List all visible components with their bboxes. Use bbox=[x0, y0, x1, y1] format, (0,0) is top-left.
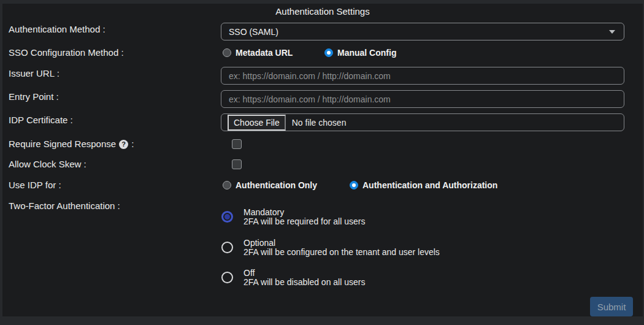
require-signed-response-colon: : bbox=[131, 136, 134, 153]
radio-2fa-mandatory[interactable]: Mandatory 2FA will be required for all u… bbox=[221, 207, 365, 226]
2fa-mandatory-title: Mandatory bbox=[243, 208, 365, 217]
label-issuer-url: Issuer URL : bbox=[9, 65, 59, 82]
label-sso-configuration-method: SSO Configuration Method : bbox=[9, 44, 124, 61]
radio-2fa-optional[interactable]: Optional 2FA will be configured on the t… bbox=[221, 238, 440, 257]
radio-manual-config[interactable]: Manual Config bbox=[324, 48, 396, 58]
radio-metadata-url[interactable]: Metadata URL bbox=[223, 48, 293, 58]
authentication-method-select[interactable]: SSO (SAML) bbox=[221, 23, 624, 40]
label-entry-point: Entry Point : bbox=[9, 88, 59, 105]
chevron-down-icon bbox=[609, 30, 615, 34]
radio-icon[interactable] bbox=[221, 272, 233, 283]
label-idp-certificate: IDP Certificate : bbox=[9, 112, 73, 129]
radio-icon[interactable] bbox=[324, 48, 333, 57]
radio-metadata-url-label: Metadata URL bbox=[236, 48, 293, 58]
radio-manual-config-label: Manual Config bbox=[337, 48, 396, 58]
label-require-signed-response: Require Signed Response ? : bbox=[9, 136, 134, 153]
authentication-method-value: SSO (SAML) bbox=[229, 27, 278, 37]
label-authentication-method: Authentication Method : bbox=[9, 21, 105, 38]
issuer-url-input[interactable] bbox=[221, 67, 624, 85]
label-use-idp-for: Use IDP for : bbox=[9, 177, 61, 194]
radio-icon[interactable] bbox=[221, 242, 233, 253]
radio-icon[interactable] bbox=[223, 181, 231, 189]
radio-2fa-off[interactable]: Off 2FA will be disabled on all users bbox=[221, 268, 365, 287]
label-two-factor-authentication: Two-Factor Authentication : bbox=[9, 197, 120, 215]
radio-authentication-only[interactable]: Authentication Only bbox=[223, 180, 317, 190]
page: Authentication Settings Authentication M… bbox=[0, 0, 644, 325]
require-signed-response-text: Require Signed Response bbox=[9, 136, 116, 153]
submit-button[interactable]: Submit bbox=[590, 297, 633, 316]
help-question-icon[interactable]: ? bbox=[119, 140, 128, 149]
2fa-off-title: Off bbox=[243, 269, 365, 278]
radio-authentication-and-authorization-label: Authentication and Authorization bbox=[362, 180, 497, 190]
file-chosen-status: No file chosen bbox=[292, 118, 347, 128]
2fa-mandatory-description: 2FA will be required for all users bbox=[243, 217, 365, 226]
require-signed-response-checkbox[interactable] bbox=[232, 139, 242, 149]
2fa-optional-description: 2FA will be configured on the tenant and… bbox=[243, 248, 440, 257]
2fa-optional-title: Optional bbox=[243, 239, 440, 248]
2fa-off-description: 2FA will be disabled on all users bbox=[243, 278, 365, 287]
radio-icon[interactable] bbox=[223, 48, 231, 57]
allow-clock-skew-checkbox[interactable] bbox=[232, 159, 242, 169]
label-allow-clock-skew: Allow Clock Skew : bbox=[9, 156, 86, 173]
authentication-settings-form: Authentication Settings Authentication M… bbox=[2, 4, 643, 316]
idp-certificate-file-input[interactable]: Choose File No file chosen bbox=[221, 113, 624, 131]
radio-authentication-and-authorization[interactable]: Authentication and Authorization bbox=[350, 180, 497, 190]
page-title: Authentication Settings bbox=[2, 6, 643, 17]
radio-icon[interactable] bbox=[350, 181, 358, 189]
radio-authentication-only-label: Authentication Only bbox=[236, 180, 317, 190]
choose-file-button[interactable]: Choose File bbox=[228, 115, 286, 131]
entry-point-input[interactable] bbox=[221, 90, 624, 108]
radio-icon[interactable] bbox=[221, 211, 233, 223]
